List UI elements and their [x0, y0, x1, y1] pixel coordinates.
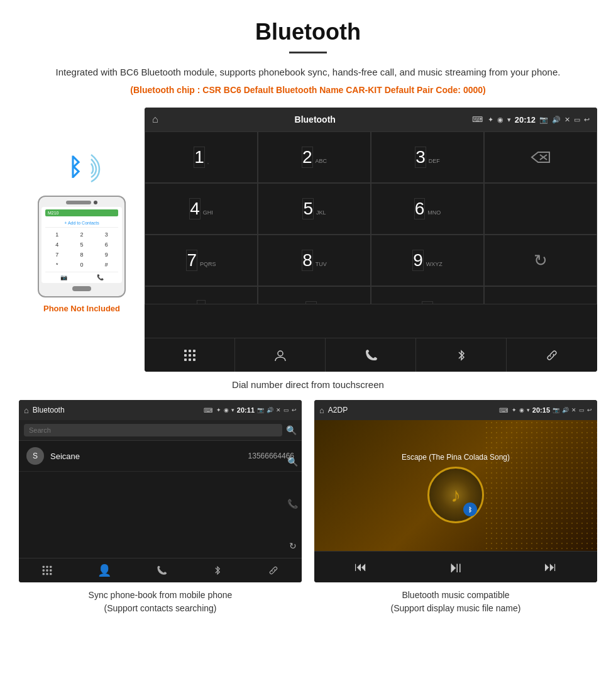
- pb-bottom-nav: 👤: [19, 558, 302, 582]
- page-title: Bluetooth: [38, 19, 578, 45]
- wifi-icon: ▾: [507, 116, 511, 124]
- close-icon[interactable]: ✕: [564, 116, 570, 124]
- pb-caption-text: Sync phone-book from mobile phone(Suppor…: [89, 590, 233, 613]
- dial-key-4[interactable]: 4 GHI: [145, 183, 258, 235]
- car-bottom-nav: [145, 338, 597, 372]
- dial-key-2[interactable]: 2 ABC: [258, 131, 371, 183]
- status-time: 20:12: [515, 115, 536, 125]
- car-screen-section: ⌂ Bluetooth ⌨ ✦ ◉ ▾ 20:12 📷 🔊 ✕ ▭ ↩: [145, 108, 597, 372]
- usb-icon: ⌨: [472, 115, 483, 124]
- pb-cam-icon: 📷: [257, 407, 264, 413]
- music-note-icon: ♪: [451, 484, 461, 507]
- svg-rect-10: [193, 358, 195, 361]
- dial-key-8[interactable]: 8 TUV: [258, 235, 371, 286]
- dial-sub-2: ABC: [316, 158, 327, 164]
- bluetooth-signal-area: ᛒ: [50, 145, 113, 196]
- title-underline: [289, 52, 327, 53]
- play-pause-btn[interactable]: ⏯: [448, 558, 463, 576]
- svg-rect-14: [50, 566, 52, 568]
- prev-btn[interactable]: ⏮: [355, 560, 367, 574]
- music-back-icon[interactable]: ↩: [587, 407, 592, 413]
- music-section: ⌂ A2DP ⌨ ✦ ◉ ▾ 20:15 📷 🔊 ✕ ▭ ↩ Esca: [314, 400, 597, 615]
- phone-speaker: [66, 201, 91, 204]
- pb-win-icon[interactable]: ▭: [283, 407, 289, 413]
- phone-add-contacts: + Add to Contacts: [45, 219, 118, 228]
- music-win-icon[interactable]: ▭: [579, 407, 585, 413]
- nav-dialpad-btn[interactable]: [145, 338, 235, 372]
- pb-back-icon[interactable]: ↩: [292, 407, 297, 413]
- nav-bluetooth-btn[interactable]: [416, 338, 507, 372]
- header-specs: (Bluetooth chip : CSR BC6 Default Blueto…: [38, 85, 578, 95]
- pb-status-bar: ⌂ Bluetooth ⌨ ✦ ◉ ▾ 20:11 📷 🔊 ✕ ▭ ↩: [19, 400, 302, 420]
- music-loc-icon: ◉: [519, 407, 524, 413]
- window-icon[interactable]: ▭: [574, 116, 580, 124]
- dial-key-6[interactable]: 6 MNO: [371, 183, 484, 235]
- key-1: 1: [45, 230, 69, 239]
- back-icon[interactable]: ↩: [584, 116, 590, 124]
- pb-refresh-side-icon[interactable]: ↻: [289, 541, 297, 551]
- pb-nav-phone-icon[interactable]: [156, 565, 167, 576]
- svg-rect-8: [184, 358, 187, 361]
- pb-search-input[interactable]: [24, 424, 282, 436]
- key-4: 4: [45, 240, 69, 249]
- svg-point-11: [278, 351, 283, 356]
- pb-nav-person-icon[interactable]: 👤: [97, 564, 111, 577]
- dial-key-9[interactable]: 9 WXYZ: [371, 235, 484, 286]
- svg-rect-12: [42, 566, 44, 568]
- pb-call-side-icon[interactable]: 📞: [287, 499, 298, 509]
- pb-time: 20:11: [237, 406, 255, 414]
- pb-screen-title: Bluetooth: [33, 406, 200, 414]
- nav-phone-btn[interactable]: [326, 338, 416, 372]
- key-star: *: [45, 260, 69, 269]
- nav-contacts-btn[interactable]: [235, 338, 326, 372]
- next-btn[interactable]: ⏭: [544, 560, 557, 574]
- phonebook-section: ⌂ Bluetooth ⌨ ✦ ◉ ▾ 20:11 📷 🔊 ✕ ▭ ↩: [19, 400, 302, 615]
- phone-device: M210 + Add to Contacts 123 456 789 *0# 📷…: [38, 196, 126, 297]
- nav-link-btn[interactable]: [507, 338, 597, 372]
- pb-search-bar: 🔍: [19, 420, 302, 441]
- phonebook-screen: ⌂ Bluetooth ⌨ ✦ ◉ ▾ 20:11 📷 🔊 ✕ ▭ ↩: [19, 400, 302, 582]
- music-caption: Bluetooth music compatible(Support displ…: [314, 589, 597, 615]
- phone-not-included-label: Phone Not Included: [43, 304, 120, 313]
- music-home-icon[interactable]: ⌂: [319, 406, 324, 415]
- phone-camera: [94, 201, 97, 204]
- music-close-icon[interactable]: ✕: [571, 407, 576, 413]
- bt-letter: ᛒ: [68, 154, 82, 180]
- home-icon[interactable]: ⌂: [152, 114, 158, 125]
- pb-nav-bt-icon[interactable]: [212, 565, 223, 576]
- music-cam-icon: 📷: [553, 407, 559, 413]
- dial-cell-backspace[interactable]: [484, 131, 597, 183]
- music-vol-icon: 🔊: [562, 407, 569, 413]
- phone-status-text: M210: [48, 211, 59, 215]
- dial-sub-3: DEF: [429, 158, 440, 164]
- dial-cell-refresh[interactable]: ↻: [484, 235, 597, 286]
- key-hash: #: [95, 260, 118, 269]
- pb-contact-row[interactable]: S Seicane 13566664466: [19, 441, 302, 472]
- volume-icon: 🔊: [552, 116, 561, 124]
- key-7: 7: [45, 250, 69, 259]
- music-screen: ⌂ A2DP ⌨ ✦ ◉ ▾ 20:15 📷 🔊 ✕ ▭ ↩ Esca: [314, 400, 597, 582]
- phone-call-icon: 📞: [97, 274, 104, 280]
- pb-caption: Sync phone-book from mobile phone(Suppor…: [19, 589, 302, 615]
- music-bt-badge: ᛒ: [463, 503, 477, 516]
- svg-rect-16: [46, 569, 48, 571]
- music-caption-text: Bluetooth music compatible(Support displ…: [391, 590, 521, 613]
- dial-key-1[interactable]: 1: [145, 131, 258, 183]
- pb-search-side-icon[interactable]: 🔍: [287, 457, 298, 467]
- svg-rect-2: [184, 350, 187, 352]
- pb-close-icon[interactable]: ✕: [276, 407, 281, 413]
- dial-key-7[interactable]: 7 PQRS: [145, 235, 258, 286]
- pb-contact-avatar: S: [26, 447, 44, 465]
- pb-contact-name: Seicane: [50, 452, 248, 461]
- call-action-row: [145, 304, 597, 338]
- pb-nav-link-icon[interactable]: [268, 565, 279, 576]
- pb-home-icon[interactable]: ⌂: [24, 406, 29, 415]
- phone-video-icon: 📷: [60, 274, 67, 280]
- pb-loc-icon: ◉: [224, 407, 229, 413]
- svg-rect-4: [193, 350, 195, 352]
- dial-key-5[interactable]: 5 JKL: [258, 183, 371, 235]
- dial-key-3[interactable]: 3 DEF: [371, 131, 484, 183]
- svg-rect-3: [189, 350, 191, 352]
- pb-nav-grid-icon[interactable]: [41, 565, 53, 576]
- key-9: 9: [95, 250, 118, 259]
